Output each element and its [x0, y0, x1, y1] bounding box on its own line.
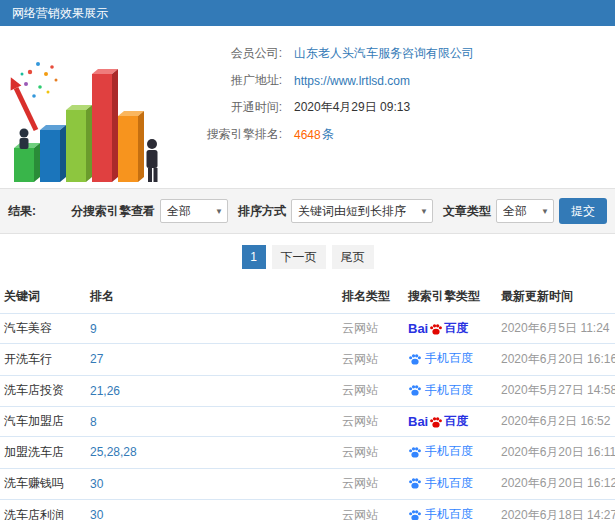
column-header: 最新更新时间 — [497, 280, 615, 314]
chevron-down-icon: ▼ — [541, 207, 549, 216]
open-time-value: 2020年4月29日 09:13 — [294, 99, 410, 116]
keyword-cell: 汽车美容 — [0, 314, 86, 344]
article-type-label: 文章类型 — [443, 203, 491, 220]
info-row-open-time: 开通时间: 2020年4月29日 09:13 — [182, 94, 474, 121]
table-header-row: 关键词排名排名类型搜索引擎类型最新更新时间 — [0, 280, 615, 314]
rank-link[interactable]: 27 — [90, 352, 103, 366]
open-time-label: 开通时间: — [182, 99, 282, 116]
mobile-baidu-logo: 手机百度 — [408, 475, 473, 492]
mobile-baidu-logo: 手机百度 — [408, 506, 473, 520]
rank-cell: 25,28,28 — [86, 437, 338, 469]
paw-icon — [408, 508, 422, 520]
table-row: 洗车店投资21,26云网站手机百度2020年5月27日 14:58 — [0, 375, 615, 407]
keyword-cell: 洗车店投资 — [0, 375, 86, 407]
info-row-company: 会员公司: 山东老人头汽车服务咨询有限公司 — [182, 40, 474, 67]
column-header: 关键词 — [0, 280, 86, 314]
page-title: 网络营销效果展示 — [12, 6, 108, 20]
engine-filter-select[interactable]: 全部 ▼ — [160, 199, 228, 223]
rank-type-cell: 云网站 — [338, 375, 404, 407]
sort-filter-label: 排序方式 — [238, 203, 286, 220]
sort-filter-select[interactable]: 关键词由短到长排序 ▼ — [291, 199, 433, 223]
keyword-cell: 洗车赚钱吗 — [0, 468, 86, 500]
result-label: 结果: — [8, 203, 36, 220]
page-1-button[interactable]: 1 — [242, 245, 266, 269]
summary-section: 会员公司: 山东老人头汽车服务咨询有限公司 推广地址: https://www.… — [0, 26, 615, 188]
promo-url-link[interactable]: https://www.lrtlsd.com — [294, 74, 410, 88]
filter-controls: 分搜索引擎查看 全部 ▼ 排序方式 关键词由短到长排序 ▼ 文章类型 全部 ▼ … — [66, 198, 607, 224]
rank-link[interactable]: 30 — [90, 477, 103, 491]
rank-link[interactable]: 30 — [90, 508, 103, 520]
rank-type-cell: 云网站 — [338, 314, 404, 344]
rank-cell: 9 — [86, 314, 338, 344]
ranking-table: 关键词排名排名类型搜索引擎类型最新更新时间 汽车美容9云网站Bai百度2020年… — [0, 280, 615, 520]
table-row: 加盟洗车店25,28,28云网站手机百度2020年6月20日 16:11 — [0, 437, 615, 469]
engine-type-cell: 手机百度 — [404, 375, 497, 407]
paw-icon — [408, 476, 422, 490]
person-figure-left — [20, 129, 29, 150]
chart-illustration — [0, 32, 182, 188]
member-company-link[interactable]: 山东老人头汽车服务咨询有限公司 — [294, 45, 474, 62]
chevron-down-icon: ▼ — [420, 207, 428, 216]
engine-rank-unit: 条 — [322, 126, 334, 143]
rank-link[interactable]: 8 — [90, 415, 97, 429]
keyword-cell: 洗车店利润 — [0, 500, 86, 520]
article-type-select[interactable]: 全部 ▼ — [496, 199, 554, 223]
paw-icon — [408, 445, 422, 459]
table-row: 洗车赚钱吗30云网站手机百度2020年6月20日 16:12 — [0, 468, 615, 500]
sort-filter-value: 关键词由短到长排序 — [298, 203, 416, 220]
bar-blue — [40, 125, 66, 182]
promo-url-label: 推广地址: — [182, 72, 282, 89]
member-info-list: 会员公司: 山东老人头汽车服务咨询有限公司 推广地址: https://www.… — [182, 32, 474, 188]
keyword-cell: 汽车加盟店 — [0, 407, 86, 437]
rank-link[interactable]: 21,26 — [90, 384, 120, 398]
bar-chart-graphic — [0, 32, 182, 192]
mobile-baidu-logo: 手机百度 — [408, 382, 473, 399]
last-page-button[interactable]: 尾页 — [332, 245, 374, 269]
rank-cell: 30 — [86, 468, 338, 500]
update-time-cell: 2020年6月2日 16:52 — [497, 407, 615, 437]
update-time-cell: 2020年6月20日 16:16 — [497, 344, 615, 376]
engine-type-cell: Bai百度 — [404, 407, 497, 437]
rank-link[interactable]: 25,28,28 — [90, 445, 137, 459]
column-header: 排名类型 — [338, 280, 404, 314]
update-time-cell: 2020年6月18日 14:27 — [497, 500, 615, 520]
rank-type-cell: 云网站 — [338, 407, 404, 437]
keyword-cell: 开洗车行 — [0, 344, 86, 376]
bar-red — [92, 69, 118, 182]
rank-cell: 27 — [86, 344, 338, 376]
article-type-value: 全部 — [503, 203, 537, 220]
engine-type-cell: 手机百度 — [404, 437, 497, 469]
page-header-bar: 网络营销效果展示 — [0, 0, 615, 26]
rank-type-cell: 云网站 — [338, 344, 404, 376]
rank-link[interactable]: 9 — [90, 322, 97, 336]
table-row: 汽车美容9云网站Bai百度2020年6月5日 11:24 — [0, 314, 615, 344]
pagination: 1 下一页 尾页 — [0, 234, 615, 280]
paw-icon — [429, 322, 443, 336]
keyword-cell: 加盟洗车店 — [0, 437, 86, 469]
person-figure-right — [147, 139, 158, 182]
engine-filter-label: 分搜索引擎查看 — [71, 203, 155, 220]
engine-type-cell: Bai百度 — [404, 314, 497, 344]
paw-icon — [408, 383, 422, 397]
mobile-baidu-logo: 手机百度 — [408, 350, 473, 367]
rank-cell: 30 — [86, 500, 338, 520]
bar-orange — [118, 111, 144, 182]
update-time-cell: 2020年5月27日 14:58 — [497, 375, 615, 407]
engine-type-cell: 手机百度 — [404, 468, 497, 500]
rank-cell: 8 — [86, 407, 338, 437]
engine-type-cell: 手机百度 — [404, 344, 497, 376]
paw-icon — [429, 415, 443, 429]
info-row-engine-rank: 搜索引擎排名: 4648 条 — [182, 121, 474, 148]
submit-button[interactable]: 提交 — [559, 198, 607, 224]
info-row-url: 推广地址: https://www.lrtlsd.com — [182, 67, 474, 94]
table-row: 洗车店利润30云网站手机百度2020年6月18日 14:27 — [0, 500, 615, 520]
update-time-cell: 2020年6月20日 16:11 — [497, 437, 615, 469]
paw-icon — [408, 352, 422, 366]
update-time-cell: 2020年6月20日 16:12 — [497, 468, 615, 500]
bar-lightgreen — [66, 105, 92, 182]
rank-type-cell: 云网站 — [338, 468, 404, 500]
engine-rank-value: 4648 — [294, 128, 321, 142]
next-page-button[interactable]: 下一页 — [272, 245, 326, 269]
column-header: 搜索引擎类型 — [404, 280, 497, 314]
engine-filter-value: 全部 — [167, 203, 211, 220]
